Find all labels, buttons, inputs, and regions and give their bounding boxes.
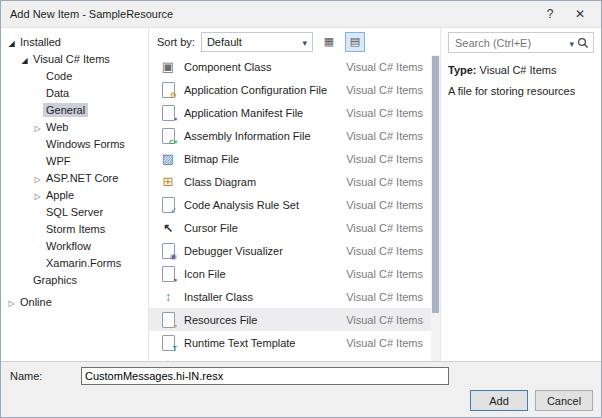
sidebar-item-web[interactable]: Web	[1, 118, 148, 135]
item-name: Application Manifest File	[184, 107, 346, 119]
expander-collapsed-icon[interactable]	[32, 189, 43, 201]
item-type: Visual C# Items	[346, 107, 423, 119]
magnifier-icon[interactable]	[577, 37, 589, 49]
item-type: Visual C# Items	[346, 130, 423, 142]
expander-collapsed-icon[interactable]	[6, 296, 17, 308]
list-item-application-manifest-file[interactable]: Application Manifest File Visual C# Item…	[149, 101, 431, 124]
expander-expanded-icon[interactable]	[6, 36, 17, 48]
search-box[interactable]	[448, 32, 594, 53]
detail-panel: Type: Visual C# Items A file for storing…	[441, 28, 601, 361]
tree-label: Data	[43, 86, 72, 100]
list-item-class-diagram[interactable]: Class Diagram Visual C# Items	[149, 170, 431, 193]
item-type: Visual C# Items	[346, 199, 423, 211]
list-item-code-analysis-rule-set[interactable]: Code Analysis Rule Set Visual C# Items	[149, 193, 431, 216]
item-name: Component Class	[184, 61, 346, 73]
grid-view-button[interactable]	[319, 32, 339, 52]
sidebar-item-installed[interactable]: Installed	[1, 33, 148, 50]
window-title: Add New Item - SampleResource	[10, 8, 535, 20]
config-file-icon	[159, 81, 177, 98]
help-button[interactable]: ?	[535, 4, 565, 24]
tree-label: Web	[43, 120, 71, 134]
item-name: Runtime Text Template	[184, 337, 346, 349]
name-label: Name:	[1, 370, 81, 382]
expander-collapsed-icon[interactable]	[32, 121, 43, 133]
list-view-icon	[350, 35, 360, 48]
sort-by-label: Sort by:	[157, 36, 195, 48]
item-name: Code Analysis Rule Set	[184, 199, 346, 211]
sidebar-item-wpf[interactable]: WPF	[1, 152, 148, 169]
tree-label: WPF	[43, 154, 73, 168]
sidebar-item-sql-server[interactable]: SQL Server	[1, 203, 148, 220]
tree-label: Code	[43, 69, 75, 83]
item-type: Visual C# Items	[346, 360, 423, 362]
list-item-runtime-text-template[interactable]: Runtime Text Template Visual C# Items	[149, 331, 431, 354]
tree-label: Workflow	[43, 239, 94, 253]
component-icon	[159, 58, 177, 75]
sidebar-item-online[interactable]: Online	[1, 293, 148, 310]
tree-label: Apple	[43, 188, 77, 202]
search-input[interactable]	[453, 36, 568, 50]
item-type: Visual C# Items	[346, 222, 423, 234]
sidebar-item-code[interactable]: Code	[1, 67, 148, 84]
sidebar-item-storm-items[interactable]: Storm Items	[1, 220, 148, 237]
item-name: Application Configuration File	[184, 84, 346, 96]
template-tree: Installed Visual C# Items Code Data Gene…	[1, 28, 149, 361]
tree-label: Xamarin.Forms	[43, 256, 124, 270]
manifest-file-icon	[159, 104, 177, 121]
item-type: Visual C# Items	[346, 291, 423, 303]
list-view-button[interactable]	[345, 32, 365, 52]
resources-file-icon	[159, 311, 177, 328]
item-name: Debugger Visualizer	[184, 245, 346, 257]
list-item-cursor-file[interactable]: Cursor File Visual C# Items	[149, 216, 431, 239]
item-name: Bitmap File	[184, 153, 346, 165]
text-template-icon	[159, 334, 177, 351]
tree-label: Graphics	[30, 273, 80, 287]
item-type: Visual C# Items	[346, 176, 423, 188]
installer-class-icon	[159, 288, 177, 305]
list-toolbar: Sort by: Default	[149, 28, 440, 55]
sidebar-item-aspnet-core[interactable]: ASP.NET Core	[1, 169, 148, 186]
vertical-scrollbar[interactable]	[431, 55, 440, 361]
sidebar-item-windows-forms[interactable]: Windows Forms	[1, 135, 148, 152]
expander-expanded-icon[interactable]	[19, 53, 30, 65]
add-button[interactable]: Add	[470, 390, 528, 411]
sidebar-item-xamarin-forms[interactable]: Xamarin.Forms	[1, 254, 148, 271]
class-diagram-icon	[159, 173, 177, 190]
tree-label: Storm Items	[43, 222, 108, 236]
list-item-resources-file[interactable]: Resources File Visual C# Items	[149, 308, 431, 331]
name-input[interactable]	[81, 367, 449, 385]
item-name: Cursor File	[184, 222, 346, 234]
list-item-application-configuration-file[interactable]: Application Configuration File Visual C#…	[149, 78, 431, 101]
list-item-component-class[interactable]: Component Class Visual C# Items	[149, 55, 431, 78]
sidebar-item-visual-csharp-items[interactable]: Visual C# Items	[1, 50, 148, 67]
sidebar-item-general[interactable]: General	[1, 101, 148, 118]
rule-set-icon	[159, 196, 177, 213]
list-item-settings-file[interactable]: Settings File Visual C# Items	[149, 354, 431, 361]
item-type: Visual C# Items	[346, 268, 423, 280]
scrollbar-thumb[interactable]	[432, 56, 439, 313]
item-type: Visual C# Items	[346, 337, 423, 349]
list-item-installer-class[interactable]: Installer Class Visual C# Items	[149, 285, 431, 308]
settings-file-icon	[159, 357, 177, 361]
list-item-icon-file[interactable]: Icon File Visual C# Items	[149, 262, 431, 285]
list-item-assembly-information-file[interactable]: Assembly Information File Visual C# Item…	[149, 124, 431, 147]
list-item-debugger-visualizer[interactable]: Debugger Visualizer Visual C# Items	[149, 239, 431, 262]
item-type: Visual C# Items	[346, 153, 423, 165]
cancel-button[interactable]: Cancel	[535, 390, 593, 411]
dialog-footer: Name: Add Cancel	[1, 361, 601, 417]
icon-file-icon	[159, 265, 177, 282]
tree-label: SQL Server	[43, 205, 106, 219]
sort-by-value: Default	[207, 36, 302, 48]
tree-label: Online	[17, 295, 55, 309]
list-item-bitmap-file[interactable]: Bitmap File Visual C# Items	[149, 147, 431, 170]
sidebar-item-workflow[interactable]: Workflow	[1, 237, 148, 254]
sidebar-item-data[interactable]: Data	[1, 84, 148, 101]
expander-collapsed-icon[interactable]	[32, 172, 43, 184]
sort-by-dropdown[interactable]: Default	[201, 32, 313, 52]
tree-label: Windows Forms	[43, 137, 128, 151]
sidebar-item-apple[interactable]: Apple	[1, 186, 148, 203]
chevron-down-icon[interactable]	[569, 37, 574, 49]
sidebar-item-graphics[interactable]: Graphics	[1, 271, 148, 288]
type-label: Type:	[448, 64, 477, 76]
close-button[interactable]: ✕	[565, 4, 595, 24]
